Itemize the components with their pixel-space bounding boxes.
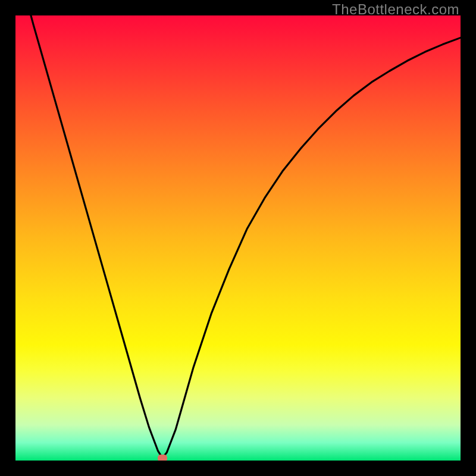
watermark-text: TheBottleneck.com [332,1,459,18]
min-marker [158,455,167,461]
bottleneck-curve [15,15,461,461]
chart-frame: TheBottleneck.com [0,0,476,476]
plot-area [15,15,461,461]
